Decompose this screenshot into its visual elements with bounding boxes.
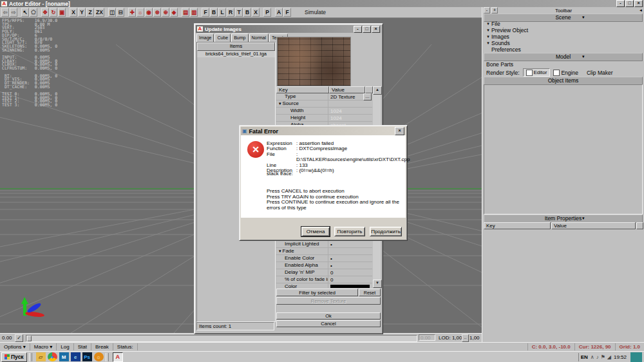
property-row[interactable]: ▾Fade [276,248,372,255]
ok-button[interactable]: Ok [276,312,381,319]
nav-forward-icon[interactable]: ⇨ [10,8,17,17]
nav-back-icon[interactable]: ⇦ [1,8,9,17]
scroll-up-button[interactable]: ▲ [373,86,382,95]
3dsmax-icon[interactable]: M [59,352,69,361]
bucket-tool-icon[interactable]: ◉ [145,8,153,17]
magnet-tool-icon[interactable]: ⊕ [162,8,169,17]
model-section-header[interactable]: Model▾ [484,53,643,61]
view-front-button[interactable]: F [202,8,209,17]
uv-pack-icon[interactable]: ▥ [190,8,198,17]
lod-spinner[interactable]: ‥ [462,334,469,342]
close-button[interactable]: × [634,0,643,7]
scene-item-preferences[interactable]: Preferences [484,46,643,53]
view-x-button[interactable]: X [252,8,260,17]
key-column-header[interactable]: Key [276,86,329,93]
mirror-horizontal-icon[interactable]: ◫ [108,8,116,17]
a-mode-button[interactable]: A [275,8,283,17]
play-checkbox[interactable]: ✓ [15,334,23,342]
network-icon[interactable]: ◢ [607,354,611,360]
scene-item-images[interactable]: ▾Images [484,33,643,40]
status-item-options[interactable]: Options ▾ [0,343,30,350]
flag-icon[interactable]: ⚑ [601,354,605,360]
bone-parts-item[interactable]: Bone Parts [486,61,513,68]
list-item[interactable]: bricks64_bricks_thief_01.tga [197,51,275,57]
key-column-header[interactable]: Key [484,222,551,229]
ellipsis-button[interactable]: … [363,93,372,100]
hidden-icons-icon[interactable]: ∧ [591,354,594,360]
f-mode-button[interactable]: F [283,8,291,17]
scene-item-sounds[interactable]: ▾Sounds [484,40,643,46]
cancel-button[interactable]: Отмена [301,227,330,236]
axis-x-button[interactable]: X [70,8,77,17]
reset-filter-button[interactable]: Reset Filter [359,289,381,296]
property-row[interactable]: % of color to fade in0 [276,276,372,283]
spray-tool-icon[interactable]: ⊛ [153,8,161,17]
status-item-stat[interactable]: Stat [74,343,91,350]
dialog-title-bar[interactable]: ▣ Fatal Error × [241,127,406,135]
property-row[interactable]: Type2D Texture… [276,93,372,100]
scale-tool-icon[interactable]: ▣ [58,8,66,17]
mirror-vertical-icon[interactable]: ⊟ [117,8,124,17]
app-title-bar[interactable]: A Actor Editor - [noname] - □ × [0,0,644,7]
maximize-button[interactable]: □ [363,26,371,33]
utility-icon[interactable]: ☼ [94,352,104,361]
view-right-button[interactable]: R [227,8,234,17]
property-row[interactable]: Color [276,283,372,288]
scene-item-file[interactable]: ▾File [484,21,643,27]
clip-maker-button[interactable]: Clip Maker [587,70,613,76]
tab-image[interactable]: Image [196,33,214,43]
taskbar-app-button[interactable]: A [113,352,124,362]
continue-button[interactable]: Продолжить [370,227,402,236]
paint-tool-icon[interactable]: ☼ [137,8,144,17]
view-back-button[interactable]: B [210,8,218,17]
photoshop-icon[interactable]: Ps [82,352,92,361]
tab-bump[interactable]: Bump [231,33,248,43]
cancel-button[interactable]: Cancel [276,320,381,327]
editor-toggle-button[interactable]: Editor [523,68,551,77]
attach-object-icon[interactable]: ✚ [128,8,136,17]
tray-corner-icon[interactable] [630,352,642,362]
value-column-header[interactable]: Value [329,86,365,93]
eraser-tool-icon[interactable]: ◆ [170,8,178,17]
volume-icon[interactable]: ♪ [596,354,599,360]
chrome-icon[interactable]: ● [48,352,57,361]
value-column-header[interactable]: Value [551,222,636,229]
restore-button[interactable]: □ [625,0,634,7]
property-row[interactable]: Enabled Alpha• [276,262,372,269]
try-again-button[interactable]: Повторить [334,227,365,236]
move-tool-icon[interactable]: ✥ [41,8,49,17]
property-row[interactable]: Width1024 [276,108,372,115]
language-indicator[interactable]: EN [581,354,588,360]
tab-normal[interactable]: Normal [249,33,269,43]
scroll-down-button[interactable]: ▼ [373,280,382,288]
property-row[interactable]: ▾Source [276,100,372,108]
property-row[interactable]: Implicit Lighted• [276,241,372,248]
simulate-button[interactable]: Simulate [305,9,326,15]
dialog-title-bar[interactable]: A Update Images - □ × [196,25,381,33]
property-row[interactable]: Height1024 [276,115,372,122]
minimize-button[interactable]: - [616,0,625,7]
select-cursor-icon[interactable]: ↖ [21,8,29,17]
uv-edit-icon[interactable]: ▤ [182,8,189,17]
status-item-break[interactable]: Break [91,343,113,350]
property-row[interactable]: Enable Color• [276,255,372,262]
scene-item-preview-object[interactable]: ▾Preview Object [484,27,643,33]
object-items-list[interactable] [484,84,643,214]
pause-button[interactable]: P [263,8,271,17]
view-top-button[interactable]: T [235,8,243,17]
property-row[interactable]: Delay 'n' MIP0 [276,269,372,276]
axis-y-button[interactable]: Y [78,8,86,17]
polygon-select-icon[interactable]: ⬠ [30,8,37,17]
slider-handle[interactable] [27,336,32,341]
status-item-log[interactable]: Log [57,343,73,350]
engine-checkbox[interactable]: Engine [553,70,578,76]
folder-icon[interactable]: ▱ [36,352,46,361]
axis-z-button[interactable]: Z [86,8,94,17]
clock[interactable]: 19:52 [614,354,627,360]
status-item-macro[interactable]: Macro ▾ [30,343,57,350]
rotate-tool-icon[interactable]: ↻ [50,8,57,17]
axis-zx-button[interactable]: ZX [95,8,104,17]
status-item-status[interactable]: Status: [113,343,138,350]
close-button[interactable]: × [372,26,380,33]
minimize-button[interactable]: - [354,26,362,33]
